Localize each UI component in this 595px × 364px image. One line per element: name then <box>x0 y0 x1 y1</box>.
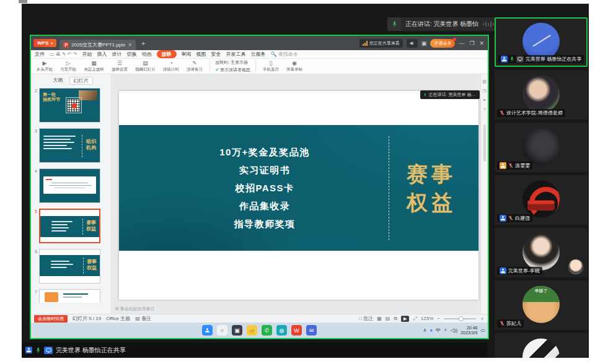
close-button[interactable]: ✕ <box>479 40 484 46</box>
share-audio-chip[interactable] <box>407 39 418 48</box>
windows-taskbar: ○ ▣ ▱ ✆ ◍ W ✉ ∧ ● 中 ⚡ ◁)) 20:46 2023/3/9… <box>31 323 488 338</box>
participant-tile[interactable]: 完美世界-李晓 <box>495 228 588 277</box>
tab-cloud[interactable]: 云服务 <box>251 51 266 58</box>
presenter-view-checkbox: ✔显示演讲者视图 <box>215 67 250 73</box>
meeting-app-icon[interactable] <box>202 325 213 336</box>
taskbar-clock[interactable]: 20:46 2023/3/9 <box>461 326 477 336</box>
assistant-icon[interactable]: ▣ <box>421 40 427 46</box>
participants-rail: 完美世界 杨墨怡正在共享 设计艺术学院-周倩倩老师 温雯雯 白建强 <box>495 17 588 358</box>
avatar: 早睡了 <box>522 286 560 323</box>
mail-app-icon[interactable]: ✉ <box>306 325 317 336</box>
wps-app-icon[interactable]: W <box>291 325 302 336</box>
tab-home[interactable]: 开始 <box>82 51 92 58</box>
slide-thumbnail[interactable]: 6 赛事权益 <box>32 249 108 284</box>
search-icon[interactable]: ○ <box>217 325 227 336</box>
tool-phone-remote[interactable]: ▯手机遥控 <box>262 60 280 72</box>
participant-tile[interactable] <box>495 333 588 358</box>
slides-tab[interactable]: 幻灯片 <box>69 77 93 85</box>
network-icon: ⚡ <box>444 327 447 333</box>
restore-button[interactable]: ❐ <box>469 40 474 46</box>
fit-icon[interactable]: ⤢ <box>413 316 416 322</box>
tab-design[interactable]: 设计 <box>112 51 122 58</box>
active-speaker-banner: 正在讲话: 完美世界 杨墨怡 <box>387 17 499 31</box>
slide-side-title: 赛事 权益 <box>407 160 456 217</box>
tool-hide-slide[interactable]: ▤隐藏幻灯片 <box>134 60 156 72</box>
participant-tile[interactable]: 设计艺术学院-周倩倩老师 <box>495 70 588 119</box>
scrollbar[interactable] <box>483 124 486 162</box>
ppt-file-icon: P <box>63 42 69 48</box>
notes-placeholder[interactable]: ⊞ 单击此处添加备注 <box>115 306 155 312</box>
participant-tile[interactable]: 白建强 <box>495 175 588 225</box>
zoom-in-button[interactable]: ＋ <box>480 315 485 322</box>
meeting-share-dock[interactable]: 您正在共享屏幕 <box>359 39 403 48</box>
member-upgrade-pill[interactable]: 开通会员 <box>430 39 455 48</box>
view-read-icon[interactable]: ⧉ <box>394 316 397 322</box>
system-tray[interactable]: ∧ ● 中 ⚡ ◁)) 20:46 2023/3/9 ▭ <box>423 323 485 338</box>
tool-screen-record[interactable]: ◉屏幕录制 <box>286 60 303 72</box>
right-sidebar-strip[interactable]: ▥◳ ✦? <box>480 74 488 314</box>
quick-access-toolbar[interactable]: ▭ 🖶 ✎ ↶ ↷ <box>50 51 77 57</box>
tab-security[interactable]: 安全 <box>211 51 221 58</box>
participant-tile[interactable]: 早睡了 苏妃儿 <box>495 280 588 330</box>
theme-name[interactable]: Office 主题 <box>106 315 130 322</box>
minimize-button[interactable]: — <box>459 40 464 46</box>
tab-animation[interactable]: 动画 <box>142 51 152 58</box>
wechat-icon[interactable]: ✆ <box>262 325 272 336</box>
promo-badge[interactable]: 会员限时特惠 <box>34 315 68 323</box>
emoji-avatar-overlay <box>568 259 584 275</box>
tab-slideshow-active[interactable]: 放映 <box>157 50 177 58</box>
current-slide[interactable]: 10万+奖金及奖品池 实习证明书 校招PASS卡 作品集收录 指导教师奖项 赛事… <box>119 91 478 300</box>
tool-custom-show[interactable]: ▦自定义放映 <box>83 60 105 72</box>
volume-icon: ◁)) <box>451 327 457 333</box>
tool-rehearse-timing[interactable]: ◔排练计时 <box>162 60 180 72</box>
slide-thumbnail[interactable]: 7 <box>32 289 108 303</box>
notes-toggle[interactable]: ▤ 备注 <box>135 315 151 322</box>
avatar <box>522 233 560 271</box>
tab-close-icon[interactable]: ✕ <box>128 42 132 48</box>
ime-indicator: 中 <box>436 327 441 334</box>
tab-transition[interactable]: 切换 <box>127 51 137 58</box>
thumbnail-list[interactable]: 2 第一轮抽奖环节 3 <box>31 87 111 314</box>
document-tab[interactable]: P 2025交互大赛PPT1.pptx ✕ <box>60 40 136 50</box>
tool-play-from-current[interactable]: ▷当页开始 <box>60 60 77 72</box>
find-command-box[interactable]: 🔍 查找命令 <box>271 51 298 58</box>
slide-thumbnail[interactable]: 2 第一轮抽奖环节 <box>32 88 108 123</box>
wps-logo[interactable]: WPS▾ <box>33 39 56 47</box>
host-badge-icon <box>500 215 506 222</box>
view-sorter-icon[interactable]: ▤ <box>386 316 390 321</box>
file-menu[interactable]: 文件 <box>35 51 45 58</box>
screen-share-icon[interactable] <box>44 347 53 354</box>
tab-view[interactable]: 视图 <box>196 51 206 58</box>
zoom-slider[interactable] <box>444 318 476 319</box>
tab-devtools[interactable]: 开发工具 <box>226 51 246 58</box>
audio-waveform-icon <box>483 22 494 27</box>
tool-speaker-notes[interactable]: ✎演讲备注 <box>186 60 203 72</box>
tab-review[interactable]: 审阅 <box>182 51 192 58</box>
file-explorer-icon[interactable]: ▱ <box>247 325 257 336</box>
outline-tab[interactable]: 大纲 <box>50 77 67 85</box>
participant-tile[interactable]: 完美世界 杨墨怡正在共享 <box>495 17 588 67</box>
floating-speaker-pill[interactable]: 正在讲话: 完美世界 杨墨怡 <box>420 90 480 99</box>
new-tab-button[interactable]: + <box>139 40 148 47</box>
sharing-status-text: 完美世界 杨墨怡正在共享 <box>56 346 126 355</box>
zoom-out-button[interactable]: − <box>437 316 440 321</box>
slide-thumbnail-selected[interactable]: 5 赛事权益 <box>32 209 108 243</box>
help-icon: ? <box>483 107 486 111</box>
mic-icon <box>423 92 427 98</box>
browser-icon[interactable]: ◍ <box>276 325 287 336</box>
desktop-app-icon[interactable]: ▣ <box>232 325 242 336</box>
slide-canvas[interactable]: 10万+奖金及奖品池 实习证明书 校招PASS卡 作品集收录 指导教师奖项 赛事… <box>112 74 480 314</box>
zoom-level[interactable]: 125% <box>421 316 433 321</box>
tool-play-from-start[interactable]: ▶从头开始 <box>36 60 53 72</box>
mic-on-icon[interactable] <box>35 347 41 354</box>
screen-share-icon <box>516 56 524 63</box>
view-normal-icon[interactable]: ▦ <box>377 316 382 321</box>
tool-show-settings[interactable]: ☰放映设置 <box>111 60 128 72</box>
participant-tile[interactable]: 温雯雯 <box>495 123 588 172</box>
slide-thumbnail[interactable]: 4 <box>32 168 108 203</box>
comments-toggle[interactable]: □ 批注 <box>359 315 373 322</box>
play-button[interactable]: ▶ <box>401 316 409 322</box>
tab-insert[interactable]: 插入 <box>97 51 107 58</box>
slide-thumbnail[interactable]: 3 组织机构 <box>32 128 108 163</box>
show-options[interactable]: 放映到: 主显示器 ✔显示演讲者视图 <box>209 59 256 73</box>
